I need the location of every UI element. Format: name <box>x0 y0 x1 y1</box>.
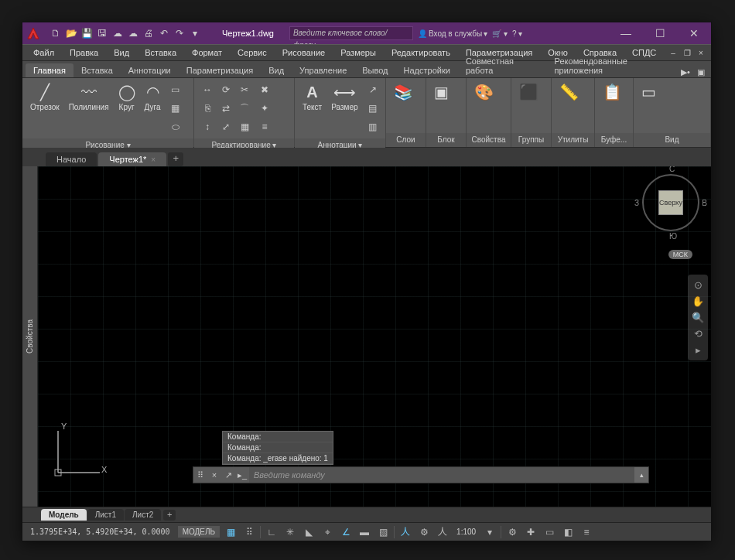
cmd-handle-icon[interactable]: ⠿ <box>193 470 207 480</box>
rectangle-icon[interactable]: ▭ <box>167 81 184 98</box>
layout-tab-sheet2[interactable]: Лист2 <box>125 509 161 521</box>
nav-zoom-icon[interactable]: 🔍 <box>692 312 704 323</box>
polyline-button[interactable]: 〰Полилиния <box>66 81 112 113</box>
drawing-canvas[interactable]: Сверху С Ю В З МСК ⊙ ✋ 🔍 ⟲ ▸ <box>38 166 711 507</box>
annotation-monitor-icon[interactable]: ✚ <box>523 525 538 539</box>
ribbon-tab-collaborate[interactable]: Совместная работа <box>458 54 547 77</box>
coordinates-readout[interactable]: 1.3795E+34, 5.4920E+34, 0.0000 <box>26 528 175 536</box>
trim-icon[interactable]: ✂ <box>236 81 253 98</box>
layers-button[interactable]: 📚 <box>391 81 416 103</box>
viewcube-ring[interactable]: Сверху С Ю В З <box>642 174 699 231</box>
mdi-close-icon[interactable]: × <box>694 46 708 59</box>
nav-pan-icon[interactable]: ✋ <box>692 295 704 307</box>
circle-button[interactable]: ◯Круг <box>115 81 138 113</box>
ribbon-tab-addins[interactable]: Надстройки <box>396 63 458 77</box>
viewcube-east[interactable]: В <box>702 199 707 207</box>
save-icon[interactable]: 💾 <box>80 26 94 40</box>
text-button[interactable]: AТекст <box>299 81 325 113</box>
rotate-icon[interactable]: ⟳ <box>217 81 234 98</box>
layout-tab-sheet1[interactable]: Лист1 <box>87 509 124 521</box>
grid-toggle-icon[interactable]: ▦ <box>223 525 238 539</box>
viewcube-north[interactable]: С <box>669 166 675 173</box>
fillet-icon[interactable]: ⌒ <box>236 100 253 117</box>
line-button[interactable]: ╱Отрезок <box>27 81 63 113</box>
panel-block-title[interactable]: Блок <box>426 133 466 147</box>
annoscale-icon[interactable]: 人 <box>398 525 413 539</box>
ribbon-tab-manage[interactable]: Управление <box>292 63 354 77</box>
annoauto-icon[interactable]: 人 <box>435 525 450 539</box>
table-icon[interactable]: ▤ <box>364 100 381 117</box>
doc-tab-start[interactable]: Начало <box>46 152 97 166</box>
signin-button[interactable]: 👤 Вход в службы ▾ <box>418 29 487 38</box>
array-icon[interactable]: ▦ <box>236 118 253 135</box>
annovis-icon[interactable]: ⚙ <box>416 525 432 539</box>
osnap-toggle-icon[interactable]: ⌖ <box>320 525 335 539</box>
ribbon-tab-annotate[interactable]: Аннотации <box>121 63 179 77</box>
cloud-save-icon[interactable]: ☁ <box>126 26 140 40</box>
ribbon-tab-parametric[interactable]: Параметризация <box>179 63 261 77</box>
ellipse-icon[interactable]: ⬭ <box>167 118 184 135</box>
workspace-switch-icon[interactable]: ⚙ <box>504 525 520 539</box>
menu-edit[interactable]: Правка <box>62 44 106 61</box>
groups-button[interactable]: ⬛ <box>516 81 542 103</box>
nav-fullnav-icon[interactable]: ⊙ <box>694 279 703 291</box>
ribbon-tab-home[interactable]: Главная <box>26 63 74 77</box>
offset-icon[interactable]: ≡ <box>256 118 273 135</box>
panel-utilities-title[interactable]: Утилиты <box>552 133 594 147</box>
ribbon-play-icon[interactable]: ▶• <box>679 67 692 77</box>
viewcube-face-top[interactable]: Сверху <box>658 190 683 215</box>
redo-icon[interactable]: ↷ <box>173 26 186 40</box>
dimension-button[interactable]: ⟷Размер <box>328 81 361 113</box>
nav-orbit-icon[interactable]: ⟲ <box>694 328 703 340</box>
stretch-icon[interactable]: ↕ <box>199 118 216 135</box>
mirror-icon[interactable]: ⇄ <box>217 100 234 117</box>
copy-icon[interactable]: ⎘ <box>199 100 216 117</box>
menu-file[interactable]: Файл <box>26 44 62 61</box>
layout-tab-model[interactable]: Модель <box>41 509 87 521</box>
menu-draw[interactable]: Рисование <box>275 44 333 61</box>
viewcube-south[interactable]: Ю <box>669 232 677 241</box>
field-icon[interactable]: ▥ <box>364 118 381 135</box>
maximize-button[interactable]: ☐ <box>643 22 677 44</box>
viewcube-west[interactable]: З <box>634 199 639 207</box>
undo-icon[interactable]: ↶ <box>157 26 171 40</box>
panel-layers-title[interactable]: Слои <box>386 133 426 147</box>
cmd-dropdown-icon[interactable]: ▴ <box>634 467 648 483</box>
panel-groups-title[interactable]: Группы <box>511 133 551 147</box>
menu-format[interactable]: Формат <box>184 44 230 61</box>
menu-insert[interactable]: Вставка <box>137 44 184 61</box>
properties-button[interactable]: 🎨 <box>471 81 497 103</box>
view-button[interactable]: ▭ <box>638 81 659 103</box>
menu-view[interactable]: Вид <box>106 44 137 61</box>
nav-showmotion-icon[interactable]: ▸ <box>696 344 701 356</box>
doc-tab-add-button[interactable]: + <box>168 152 183 166</box>
exchange-icon[interactable]: 🛒 ▾ <box>492 29 508 38</box>
ribbon-tab-view[interactable]: Вид <box>261 63 292 77</box>
new-icon[interactable]: 🗋 <box>49 26 63 40</box>
snap-toggle-icon[interactable]: ⠿ <box>241 525 257 539</box>
plot-icon[interactable]: 🖨 <box>142 26 156 40</box>
view-cube[interactable]: Сверху С Ю В З <box>640 174 702 231</box>
move-icon[interactable]: ↔ <box>199 81 216 98</box>
cmd-recent-icon[interactable]: ↗ <box>221 470 235 480</box>
arc-button[interactable]: ◠Дуга <box>142 81 164 113</box>
app-logo[interactable] <box>22 22 44 44</box>
isodraft-toggle-icon[interactable]: ◣ <box>301 525 316 539</box>
help-icon[interactable]: ? ▾ <box>512 29 522 38</box>
panel-properties-title[interactable]: Свойства <box>467 133 511 147</box>
erase-icon[interactable]: ✖ <box>256 81 273 98</box>
menu-tools[interactable]: Сервис <box>230 44 275 61</box>
open-icon[interactable]: 📂 <box>64 26 78 40</box>
minimize-button[interactable]: — <box>609 22 643 44</box>
scale-dropdown-icon[interactable]: ▾ <box>482 525 497 539</box>
ribbon-tab-featured[interactable]: Рекомендованные приложения <box>547 54 679 77</box>
isolate-icon[interactable]: ◧ <box>560 525 576 539</box>
layout-tab-add-button[interactable]: + <box>163 510 176 521</box>
hardware-accel-icon[interactable]: ▭ <box>542 525 557 539</box>
doc-tab-close-icon[interactable]: × <box>151 155 156 164</box>
qat-dropdown-icon[interactable]: ▾ <box>188 26 202 40</box>
clipboard-button[interactable]: 📋 <box>600 81 625 103</box>
hatch-icon[interactable]: ▦ <box>167 100 184 117</box>
search-input[interactable]: Введите ключевое слово/фразу <box>289 26 413 40</box>
ribbon-collapse-icon[interactable]: ▣ <box>694 67 708 77</box>
